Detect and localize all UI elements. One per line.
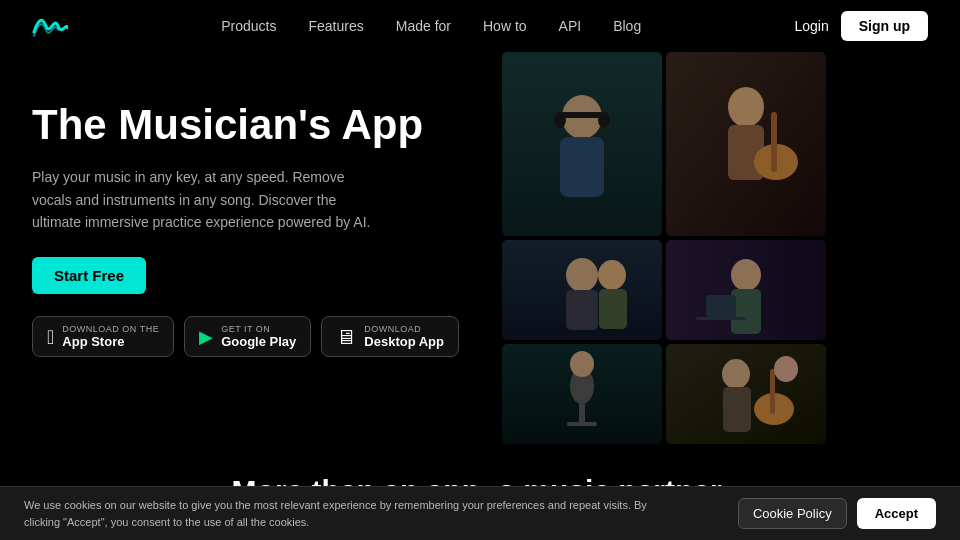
hero-title: The Musician's App [32,102,492,148]
svg-rect-16 [666,240,826,340]
app-store-button[interactable]:  Download on the App Store [32,316,174,357]
svg-rect-5 [560,112,604,118]
svg-rect-8 [728,125,764,180]
app-store-name: App Store [62,334,159,349]
cookie-policy-button[interactable]: Cookie Policy [738,498,847,529]
svg-point-7 [728,87,764,127]
accept-button[interactable]: Accept [857,498,936,529]
nav-links: Products Features Made for How to API Bl… [221,17,641,35]
desktop-app-button[interactable]: 🖥 Download Desktop App [321,316,459,357]
hero-image-grid [502,52,928,444]
svg-rect-10 [771,112,777,172]
svg-point-1 [562,95,602,139]
desktop-icon: 🖥 [336,327,356,347]
svg-rect-19 [706,295,736,317]
svg-rect-11 [502,240,662,340]
desktop-app-name: Desktop App [364,334,444,349]
google-play-icon: ▶ [199,328,213,346]
cookie-banner: We use cookies on our website to give yo… [0,486,960,540]
google-play-name: Google Play [221,334,296,349]
svg-point-17 [731,259,761,291]
svg-point-4 [598,112,610,128]
person-figure-6 [666,344,826,444]
svg-rect-2 [560,137,604,197]
svg-rect-21 [502,344,662,444]
svg-rect-23 [579,404,585,424]
person-figure-2 [666,52,826,236]
svg-rect-6 [666,52,826,236]
person-figure-5 [502,344,662,444]
svg-rect-28 [723,387,751,432]
person-figure-4 [666,240,826,340]
google-play-button[interactable]: ▶ Get it on Google Play [184,316,311,357]
image-4 [666,240,826,340]
start-free-button[interactable]: Start Free [32,257,146,294]
image-6 [666,344,826,444]
person-figure-1 [502,52,662,236]
login-button[interactable]: Login [794,18,828,34]
hero-text: The Musician's App Play your music in an… [32,72,492,357]
desktop-app-text: Download Desktop App [364,324,444,349]
google-play-text: Get it on Google Play [221,324,296,349]
svg-rect-26 [666,344,826,444]
svg-rect-0 [502,52,662,236]
nav-auth: Login Sign up [794,11,928,41]
nav-features[interactable]: Features [308,18,363,34]
logo[interactable] [32,12,68,40]
svg-point-3 [554,112,566,128]
apple-icon:  [47,327,54,347]
app-store-sub: Download on the [62,324,159,334]
svg-point-25 [570,351,594,377]
nav-blog[interactable]: Blog [613,18,641,34]
navbar: Products Features Made for How to API Bl… [0,0,960,52]
desktop-app-sub: Download [364,324,444,334]
nav-products[interactable]: Products [221,18,276,34]
image-1 [502,52,662,236]
image-5 [502,344,662,444]
svg-rect-24 [567,422,597,426]
cookie-text: We use cookies on our website to give yo… [24,497,684,530]
svg-rect-30 [770,369,775,414]
svg-rect-15 [599,289,627,329]
svg-point-31 [774,356,798,382]
signup-button[interactable]: Sign up [841,11,928,41]
svg-point-9 [754,144,798,180]
hero-section: The Musician's App Play your music in an… [0,52,960,444]
svg-point-22 [570,368,594,404]
nav-api[interactable]: API [559,18,582,34]
svg-rect-18 [731,289,761,334]
svg-rect-13 [566,290,598,330]
google-play-sub: Get it on [221,324,296,334]
hero-description: Play your music in any key, at any speed… [32,166,372,233]
store-buttons:  Download on the App Store ▶ Get it on … [32,316,492,357]
svg-rect-20 [696,317,746,320]
person-figure-3 [502,240,662,340]
cookie-buttons: Cookie Policy Accept [738,498,936,529]
nav-made-for[interactable]: Made for [396,18,451,34]
logo-icon [32,12,68,40]
image-2 [666,52,826,236]
image-3 [502,240,662,340]
svg-point-27 [722,359,750,389]
nav-how-to[interactable]: How to [483,18,527,34]
svg-point-29 [754,393,794,425]
svg-point-12 [566,258,598,292]
svg-point-14 [598,260,626,290]
app-store-text: Download on the App Store [62,324,159,349]
